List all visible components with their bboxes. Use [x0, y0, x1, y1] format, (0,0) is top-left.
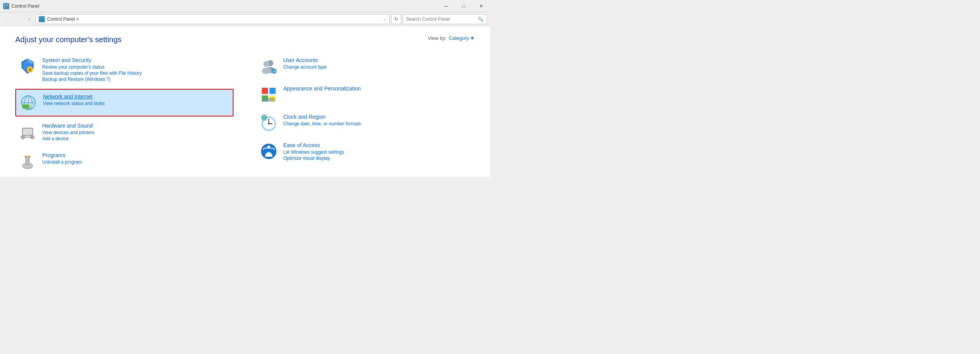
category-title-network[interactable]: Network and Internet [43, 93, 105, 100]
category-text-hardware: Hardware and Sound View devices and prin… [42, 123, 95, 142]
category-network-internet: Network and Internet View network status… [15, 89, 234, 116]
icon-system-security: ⚙ [18, 57, 37, 75]
svg-rect-36 [262, 88, 268, 94]
address-dropdown-arrow: ⌄ [383, 17, 386, 21]
svg-rect-1 [7, 4, 8, 6]
category-text-user-accounts: User Accounts Change account type [283, 57, 327, 70]
titlebar: Control Panel — □ ✕ [0, 0, 490, 12]
titlebar-controls: — □ ✕ [437, 0, 490, 12]
main-content: Adjust your computer's settings View by:… [0, 26, 490, 177]
category-text-clock: Clock and Region Change date, time, or n… [283, 114, 361, 127]
viewby-label: View by: [428, 35, 446, 41]
category-system-security: ⚙ System and Security Review your comput… [15, 53, 234, 87]
svg-point-28 [27, 156, 28, 157]
category-text-appearance: Appearance and Personalization [283, 85, 361, 93]
search-icon: 🔍 [478, 16, 483, 22]
back-button[interactable]: ← [3, 15, 12, 24]
category-text-network: Network and Internet View network status… [43, 93, 105, 107]
category-text-programs: Programs Uninstall a program [42, 152, 82, 166]
svg-point-31 [263, 61, 270, 67]
maximize-button[interactable]: □ [455, 0, 472, 12]
viewby-value-text: Category [449, 35, 469, 41]
link-date-time[interactable]: Change date, time, or number formats [283, 121, 361, 126]
category-title-user-accounts[interactable]: User Accounts [283, 57, 327, 63]
link-uninstall-program[interactable]: Uninstall a program [42, 159, 82, 165]
svg-point-21 [21, 135, 25, 139]
categories-grid: ⚙ System and Security Review your comput… [15, 53, 475, 177]
up-button[interactable]: ↑ [24, 15, 34, 24]
svg-text:★: ★ [273, 70, 276, 73]
refresh-icon: ↻ [394, 16, 398, 22]
category-user-accounts: ★ User Accounts Change account type [256, 53, 475, 79]
refresh-button[interactable]: ↻ [391, 14, 401, 24]
icon-clock-region [260, 114, 278, 132]
forward-button[interactable]: → [14, 15, 23, 24]
category-text-ease-access: Ease of Access Let Windows suggest setti… [283, 142, 344, 162]
svg-rect-2 [4, 7, 6, 8]
addressbar: ← → ↑ Control Panel > ⌄ ↻ 🔍 [0, 12, 490, 26]
link-backup-restore[interactable]: Backup and Restore (Windows 7) [42, 77, 142, 82]
icon-programs [18, 152, 37, 170]
category-text-system-security: System and Security Review your computer… [42, 57, 142, 83]
viewby: View by: Category ▼ [428, 35, 475, 41]
svg-rect-19 [23, 129, 32, 135]
icon-user-accounts: ★ [260, 57, 278, 75]
search-input[interactable] [406, 16, 476, 22]
category-title-hardware[interactable]: Hardware and Sound [42, 123, 95, 129]
minimize-button[interactable]: — [437, 0, 455, 12]
category-title-appearance[interactable]: Appearance and Personalization [283, 85, 361, 92]
svg-rect-0 [4, 4, 6, 6]
search-box[interactable]: 🔍 [403, 14, 487, 24]
address-icon [39, 16, 45, 22]
link-file-history[interactable]: Save backup copies of your files with Fi… [42, 70, 142, 76]
icon-hardware-sound [18, 123, 37, 141]
icon-network-internet [19, 93, 38, 112]
category-title-programs[interactable]: Programs [42, 152, 82, 158]
category-title-clock[interactable]: Clock and Region [283, 114, 361, 120]
link-devices-printers[interactable]: View devices and printers [42, 130, 95, 135]
svg-text:⚙: ⚙ [29, 68, 31, 72]
icon-ease-access [260, 142, 278, 161]
address-text: Control Panel > [47, 16, 381, 22]
content-header: Adjust your computer's settings View by:… [15, 35, 475, 44]
category-clock-region: Clock and Region Change date, time, or n… [256, 110, 475, 136]
icon-appearance [260, 85, 278, 104]
link-change-account-type[interactable]: Change account type [283, 64, 327, 70]
window-title: Control Panel [11, 3, 39, 9]
link-add-device[interactable]: Add a device [42, 136, 95, 141]
left-column: ⚙ System and Security Review your comput… [15, 53, 234, 177]
link-optimize-display[interactable]: Optimize visual display [283, 156, 344, 161]
category-hardware-sound: Hardware and Sound View devices and prin… [15, 119, 234, 146]
link-suggest-settings[interactable]: Let Windows suggest settings [283, 149, 344, 155]
svg-point-45 [268, 123, 270, 125]
titlebar-left: Control Panel [3, 3, 39, 9]
viewby-arrow-icon: ▼ [470, 35, 475, 41]
svg-point-32 [262, 68, 271, 74]
svg-rect-40 [263, 98, 275, 102]
app-icon [3, 3, 9, 9]
svg-rect-17 [26, 105, 28, 108]
category-title-ease-access[interactable]: Ease of Access [283, 142, 344, 148]
category-programs: Programs Uninstall a program [15, 148, 234, 174]
address-box[interactable]: Control Panel > ⌄ [35, 14, 390, 24]
svg-rect-22 [25, 136, 30, 138]
viewby-dropdown[interactable]: Category ▼ [449, 35, 475, 41]
link-computer-status[interactable]: Review your computer's status [42, 64, 142, 70]
category-ease-access: Ease of Access Let Windows suggest setti… [256, 138, 475, 166]
right-column: ★ User Accounts Change account type [256, 53, 475, 177]
svg-rect-16 [23, 105, 25, 108]
svg-rect-38 [270, 88, 276, 94]
page-title: Adjust your computer's settings [15, 35, 121, 44]
link-network-status[interactable]: View network status and tasks [43, 101, 105, 106]
category-title-system-security[interactable]: System and Security [42, 57, 142, 63]
svg-point-20 [30, 135, 34, 139]
svg-rect-3 [7, 7, 8, 8]
close-button[interactable]: ✕ [472, 0, 490, 12]
category-appearance: Appearance and Personalization [256, 82, 475, 108]
svg-point-51 [267, 146, 270, 149]
